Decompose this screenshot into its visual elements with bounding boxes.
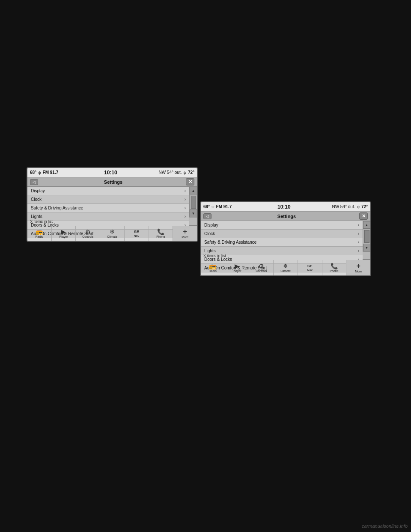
back-button-right[interactable]: ◁ (203, 213, 211, 219)
nav-icon: SE (134, 230, 139, 234)
nav-climate-right[interactable]: ❄ Climate (274, 260, 298, 275)
radio-icon: 📻 (36, 229, 43, 235)
nav-radio-label-left: Radio (36, 235, 43, 238)
title-bar-right: ◁ Settings ✕ (201, 212, 370, 221)
menu-item-safety-left[interactable]: Safety & Driving Assistance › (27, 204, 189, 212)
signal-icon-right: ψ (211, 205, 214, 209)
nav-more-left[interactable]: + More (173, 226, 197, 241)
signal-icon-left: ψ (38, 170, 41, 175)
antenna-icon-right: ψ (357, 205, 359, 209)
scrollbar-right: ▲ ▼ (363, 221, 370, 251)
menu-item-clock-left[interactable]: Clock › (27, 195, 189, 204)
close-button-left[interactable]: ✕ (186, 178, 194, 185)
screen-right: 68° ψ FM 91.7 10:10 NW 54° out. ψ 72° ◁ … (200, 201, 371, 276)
nav-bar-left: 📻 Radio ▶ Player ⚙ Controls ❄ Climate SE… (27, 225, 197, 241)
page-title-right: Settings (214, 214, 359, 219)
nav-bar-right: 📻 Radio ▶ Player ⚙ Controls ❄ Climate SE… (201, 259, 370, 275)
scroll-up-left[interactable]: ▲ (190, 187, 197, 194)
antenna-icon-left: ψ (183, 170, 186, 175)
watermark: carmanualsonline.info (362, 523, 408, 529)
close-button-right[interactable]: ✕ (359, 212, 368, 220)
controls-icon-right: ⚙ (259, 263, 264, 269)
scroll-track-left[interactable] (191, 195, 197, 209)
menu-item-display-right[interactable]: Display › (201, 221, 363, 230)
nav-more-right[interactable]: + More (346, 260, 370, 275)
menu-area-left: Display › Clock › Safety & Driving Assis… (27, 187, 189, 217)
nav-nav-left[interactable]: SE Nav (125, 226, 149, 241)
radio-icon-right: 📻 (209, 263, 216, 269)
more-icon-right: + (357, 263, 360, 269)
weather-right: NW 54° out. (332, 204, 355, 209)
phone-icon-right: 📞 (331, 263, 338, 269)
temp-left-right: 68° (203, 204, 210, 209)
weather-left: NW 54° out. (158, 170, 182, 175)
status-bar-left: 68° ψ FM 91.7 10:10 NW 54° out. ψ 72° (27, 168, 197, 177)
menu-item-display-left[interactable]: Display › (27, 187, 189, 195)
scrollbar-left: ▲ ▼ (189, 187, 197, 217)
nav-nav-label-left: Nav (134, 234, 139, 237)
scroll-track-right[interactable] (364, 230, 370, 243)
nav-radio-left[interactable]: 📻 Radio (27, 226, 52, 241)
temp-left: 68° (30, 170, 36, 175)
nav-phone-label-right: Phone (330, 269, 338, 272)
scroll-up-right[interactable]: ▲ (363, 221, 371, 229)
nav-controls-left[interactable]: ⚙ Controls (76, 226, 100, 241)
nav-radio-label-right: Radio (209, 269, 217, 272)
nav-controls-label-left: Controls (82, 235, 93, 238)
temp-right-right: 72° (361, 204, 368, 209)
nav-controls-right[interactable]: ⚙ Controls (249, 260, 274, 275)
climate-icon: ❄ (110, 229, 115, 235)
nav-phone-right[interactable]: 📞 Phone (322, 260, 347, 275)
nav-player-left[interactable]: ▶ Player (52, 226, 76, 241)
page-title-left: Settings (41, 179, 186, 185)
items-count-left: X items in list (30, 219, 53, 224)
nav-more-label-left: More (182, 236, 188, 239)
scroll-thumb-right (364, 230, 369, 243)
menu-item-clock-right[interactable]: Clock › (201, 230, 363, 238)
nav-player-label-left: Player (60, 235, 68, 238)
nav-icon-right: SE (307, 264, 313, 268)
scroll-down-left[interactable]: ▼ (190, 209, 197, 217)
menu-area-right: Display › Clock › Safety & Driving Assis… (201, 221, 363, 251)
menu-item-safety-right[interactable]: Safety & Driving Assistance › (201, 238, 363, 247)
phone-icon: 📞 (157, 229, 164, 235)
content-area-right: Display › Clock › Safety & Driving Assis… (201, 221, 370, 251)
nav-controls-label-right: Controls (256, 269, 267, 272)
time-right: 10:10 (238, 204, 330, 210)
controls-icon: ⚙ (85, 229, 91, 235)
content-area-left: Display › Clock › Safety & Driving Assis… (27, 187, 197, 217)
time-left: 10:10 (64, 170, 157, 176)
nav-climate-label-right: Climate (280, 269, 291, 272)
nav-climate-label-left: Climate (107, 235, 117, 238)
nav-climate-left[interactable]: ❄ Climate (100, 226, 125, 241)
back-button-left[interactable]: ◁ (30, 179, 38, 185)
station-left: FM 91.7 (43, 170, 59, 175)
nav-more-label-right: More (355, 270, 362, 273)
nav-phone-left[interactable]: 📞 Phone (149, 226, 173, 241)
nav-player-label-right: Player (233, 269, 241, 272)
nav-player-right[interactable]: ▶ Player (225, 260, 250, 275)
nav-nav-right[interactable]: SE Nav (298, 260, 322, 275)
title-bar-left: ◁ Settings ✕ (27, 177, 197, 187)
nav-nav-label-right: Nav (307, 269, 313, 272)
station-right: FM 91.7 (216, 204, 232, 209)
player-icon-right: ▶ (235, 263, 239, 269)
player-icon: ▶ (61, 229, 66, 235)
status-bar-right: 68° ψ FM 91.7 10:10 NW 54° out. ψ 72° (201, 202, 370, 212)
nav-radio-right[interactable]: 📻 Radio (201, 260, 225, 275)
more-icon: + (183, 228, 187, 235)
nav-phone-label-left: Phone (156, 235, 165, 238)
page-background: 68° ψ FM 91.7 10:10 NW 54° out. ψ 72° ◁ … (0, 0, 411, 532)
temp-right-left: 72° (188, 170, 194, 175)
items-count-right: X items in list (203, 254, 226, 258)
climate-icon-right: ❄ (283, 263, 288, 269)
screen-left: 68° ψ FM 91.7 10:10 NW 54° out. ψ 72° ◁ … (27, 167, 198, 242)
scroll-down-right[interactable]: ▼ (363, 244, 371, 251)
scroll-thumb-left (191, 196, 196, 209)
